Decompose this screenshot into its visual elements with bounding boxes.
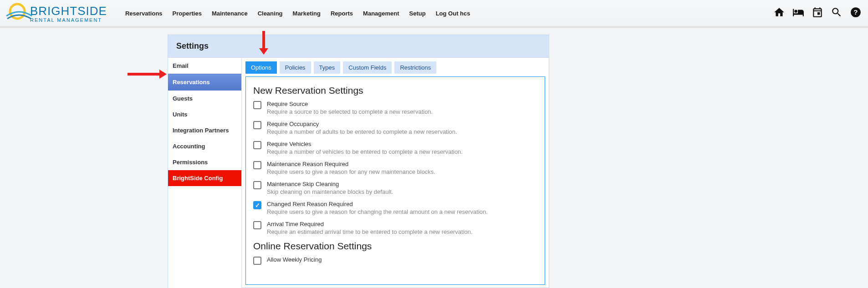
checkbox-require-source[interactable] (253, 101, 261, 109)
annotation-arrow-down (257, 30, 271, 56)
option-desc: Require a source to be selected to compl… (267, 108, 433, 115)
option-title: Arrival Time Required (267, 221, 473, 227)
option-maintenance-skip-cleaning: Maintenance Skip Cleaning Skip cleaning … (253, 181, 537, 195)
search-icon[interactable] (831, 6, 842, 20)
sidebar-item-accounting[interactable]: Accounting (168, 138, 241, 154)
tab-custom-fields[interactable]: Custom Fields (343, 61, 392, 74)
option-require-vehicles: Require Vehicles Require a number of veh… (253, 141, 537, 155)
sidebar-item-units[interactable]: Units (168, 106, 241, 122)
svg-text:?: ? (853, 8, 858, 16)
svg-marker-4 (159, 70, 167, 79)
nav-reservations[interactable]: Reservations (125, 10, 163, 17)
checkbox-changed-rent-reason[interactable] (253, 201, 261, 209)
checkbox-allow-weekly-pricing[interactable] (253, 257, 261, 265)
checkbox-require-vehicles[interactable] (253, 141, 261, 149)
option-arrival-time-required: Arrival Time Required Require an estimat… (253, 221, 537, 235)
option-title: Maintenance Reason Required (267, 161, 435, 167)
sidebar-item-email[interactable]: Email (168, 58, 241, 74)
settings-title: Settings (176, 41, 541, 51)
top-icon-bar: ? (773, 6, 862, 20)
option-allow-weekly-pricing: Allow Weekly Pricing (253, 256, 537, 265)
option-title: Require Vehicles (267, 141, 463, 147)
main-nav: Reservations Properties Maintenance Clea… (125, 10, 470, 17)
nav-properties[interactable]: Properties (173, 10, 202, 17)
logo[interactable]: BRIGHTSIDE RENTAL MANAGEMENT (5, 2, 107, 25)
top-nav-bar: BRIGHTSIDE RENTAL MANAGEMENT Reservation… (0, 0, 868, 27)
nav-cleaning[interactable]: Cleaning (258, 10, 283, 17)
option-changed-rent-reason: Changed Rent Reason Required Require use… (253, 201, 537, 215)
sidebar-item-permissions[interactable]: Permissions (168, 154, 241, 170)
option-title: Require Occupancy (267, 121, 457, 127)
checkbox-maintenance-reason[interactable] (253, 161, 261, 169)
annotation-arrow-right (127, 67, 168, 81)
option-require-occupancy: Require Occupancy Require a number of ad… (253, 121, 537, 135)
tab-restrictions[interactable]: Restrictions (394, 61, 436, 74)
checkbox-maintenance-skip-cleaning[interactable] (253, 181, 261, 189)
bed-icon[interactable] (792, 6, 804, 20)
new-reservation-settings-header: New Reservation Settings (253, 85, 537, 96)
option-desc: Require a number of adults to be entered… (267, 128, 457, 135)
help-icon[interactable]: ? (850, 6, 862, 20)
option-desc: Require users to give a reason for chang… (267, 208, 488, 215)
logo-brand-text: BRIGHTSIDE (30, 4, 107, 18)
settings-panel: Settings Email Reservations Guests Units… (168, 35, 549, 288)
sidebar-item-brightside-config[interactable]: BrightSide Config (168, 170, 241, 186)
tab-types[interactable]: Types (314, 61, 341, 74)
option-maintenance-reason: Maintenance Reason Required Require user… (253, 161, 537, 175)
nav-reports[interactable]: Reports (331, 10, 353, 17)
option-require-source: Require Source Require a source to be se… (253, 101, 537, 115)
sidebar-item-reservations[interactable]: Reservations (168, 74, 241, 91)
nav-marketing[interactable]: Marketing (293, 10, 321, 17)
option-title: Changed Rent Reason Required (267, 201, 488, 207)
checkbox-require-occupancy[interactable] (253, 121, 261, 129)
settings-sidebar: Email Reservations Guests Units Integrat… (168, 58, 242, 288)
online-reservation-settings-header: Online Reservation Settings (253, 241, 537, 252)
settings-header: Settings (168, 35, 549, 58)
option-desc: Require a number of vehicles to be enter… (267, 148, 463, 155)
option-title: Allow Weekly Pricing (267, 256, 322, 263)
option-desc: Require users to give a reason for any n… (267, 168, 435, 175)
calendar-icon[interactable] (812, 6, 823, 20)
nav-management[interactable]: Management (363, 10, 399, 17)
nav-setup[interactable]: Setup (409, 10, 426, 17)
home-icon[interactable] (773, 6, 785, 20)
option-desc: Skip cleaning on maintenance blocks by d… (267, 188, 393, 195)
tab-policies[interactable]: Policies (280, 61, 311, 74)
option-title: Maintenance Skip Cleaning (267, 181, 393, 187)
sunrise-logo-icon (5, 2, 33, 25)
option-title: Require Source (267, 101, 433, 107)
options-pane[interactable]: New Reservation Settings Require Source … (245, 76, 545, 285)
sidebar-item-guests[interactable]: Guests (168, 91, 241, 106)
settings-tabs: Options Policies Types Custom Fields Res… (245, 61, 545, 74)
nav-logout[interactable]: Log Out hcs (436, 10, 470, 17)
nav-maintenance[interactable]: Maintenance (212, 10, 248, 17)
settings-content: Options Policies Types Custom Fields Res… (242, 58, 549, 288)
logo-sub-text: RENTAL MANAGEMENT (30, 17, 107, 23)
sidebar-item-integration-partners[interactable]: Integration Partners (168, 122, 241, 138)
tab-options[interactable]: Options (245, 61, 277, 74)
checkbox-arrival-time-required[interactable] (253, 221, 261, 229)
option-desc: Require an estimated arrival time to be … (267, 228, 473, 235)
svg-marker-6 (259, 48, 268, 55)
